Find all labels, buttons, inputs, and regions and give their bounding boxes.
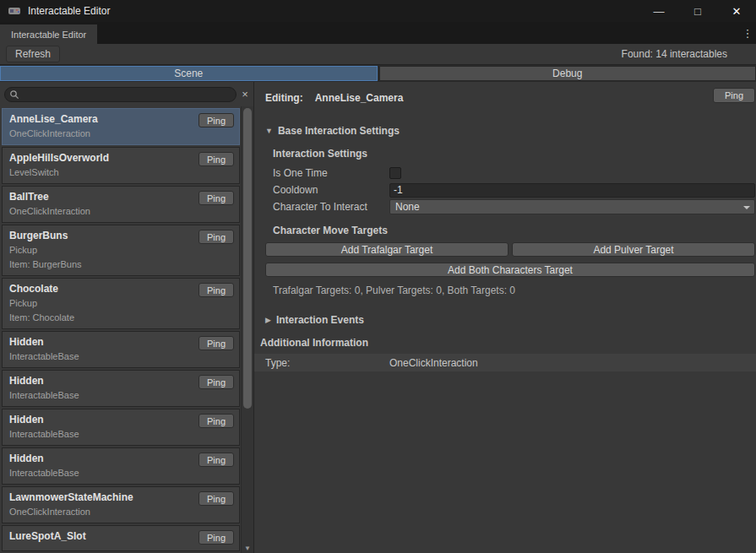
add-both-characters-target-button[interactable]: Add Both Characters Target <box>265 263 755 277</box>
both-target-button-row: Add Both Characters Target <box>265 263 755 277</box>
character-to-interact-label: Character To Interact <box>273 201 389 213</box>
dropdown-value: None <box>395 201 420 213</box>
search-clear-icon[interactable]: × <box>238 88 252 100</box>
item-name: AppleHillsOverworld <box>9 152 192 164</box>
list-item[interactable]: LawnmowerStateMachine OneClickInteractio… <box>2 486 240 523</box>
cooldown-row: Cooldown <box>273 182 755 198</box>
target-buttons-row: Add Trafalgar Target Add Pulver Target <box>265 242 755 257</box>
editing-target-name: AnneLise_Camera <box>315 92 404 104</box>
list-item[interactable]: LureSpotA_Slot Ping <box>2 525 240 551</box>
window-menu-icon[interactable]: ⋮ <box>741 22 754 44</box>
ping-button[interactable]: Ping <box>199 530 234 545</box>
list-item[interactable]: AppleHillsOverworld LevelSwitch Ping <box>2 147 240 184</box>
close-icon[interactable]: ✕ <box>717 0 756 22</box>
item-name: LureSpotA_Slot <box>9 530 192 542</box>
foldout-interaction-events[interactable]: ▶ Interaction Events <box>265 313 364 327</box>
ping-button[interactable]: Ping <box>199 375 234 389</box>
foldout-label: Base Interaction Settings <box>278 125 400 137</box>
inspector-panel: Ping Editing: AnneLise_Camera ▼ Base Int… <box>253 82 756 553</box>
item-type: InteractableBase <box>9 429 192 440</box>
list-item[interactable]: Hidden InteractableBase Ping <box>2 409 240 446</box>
list-item[interactable]: Hidden InteractableBase Ping <box>2 331 240 368</box>
item-type: OneClickInteraction <box>9 206 192 217</box>
cooldown-field[interactable] <box>389 183 755 198</box>
item-name: Chocolate <box>9 283 192 295</box>
window-icon <box>8 4 21 18</box>
item-name: Hidden <box>9 336 192 348</box>
scrollbar-down-icon[interactable]: ▼ <box>242 545 253 552</box>
item-name: Hidden <box>9 414 192 426</box>
item-type: OneClickInteraction <box>9 507 192 518</box>
toolbar: Refresh Found: 14 interactables <box>0 44 756 65</box>
base-settings-section: Interaction Settings Is One Time Cooldow… <box>265 148 755 236</box>
item-name: BallTree <box>9 191 192 203</box>
main-content: × AnneLise_Camera OneClickInteraction Pi… <box>0 82 756 553</box>
editing-row: Editing: AnneLise_Camera <box>265 89 755 107</box>
item-name: AnneLise_Camera <box>9 113 192 125</box>
item-name: BurgerBuns <box>9 230 192 241</box>
list-item[interactable]: Hidden InteractableBase Ping <box>2 370 240 407</box>
foldout-closed-icon: ▶ <box>265 316 271 324</box>
list-item[interactable]: Chocolate PickupItem: Chocolate Ping <box>2 278 240 329</box>
found-count-label: Found: 14 interactables <box>622 48 727 60</box>
tab-debug[interactable]: Debug <box>379 66 756 81</box>
list-item[interactable]: BurgerBuns PickupItem: BurgerBuns Ping <box>2 225 240 276</box>
list-item-text: Hidden InteractableBase <box>9 414 192 440</box>
scrollbar-thumb[interactable] <box>243 108 252 409</box>
interactable-list: AnneLise_Camera OneClickInteraction Ping… <box>0 106 241 553</box>
move-targets-header: Character Move Targets <box>273 225 755 236</box>
title-bar: Interactable Editor — □ ✕ <box>0 0 756 22</box>
list-item[interactable]: BallTree OneClickInteraction Ping <box>2 186 240 223</box>
item-type: InteractableBase <box>9 351 192 362</box>
ping-button[interactable]: Ping <box>199 453 234 467</box>
list-scrollbar[interactable]: ▼ <box>241 106 253 553</box>
tab-scene[interactable]: Scene <box>0 66 378 81</box>
list-item[interactable]: Hidden InteractableBase Ping <box>2 447 240 485</box>
search-input[interactable] <box>4 87 237 102</box>
character-to-interact-dropdown[interactable]: None <box>389 199 755 214</box>
is-one-time-checkbox[interactable] <box>389 167 401 179</box>
ping-button[interactable]: Ping <box>199 414 234 428</box>
item-type: Item: Chocolate <box>9 312 192 323</box>
item-type: OneClickInteraction <box>9 128 192 139</box>
search-row: × <box>0 82 253 106</box>
maximize-icon[interactable]: □ <box>678 0 717 22</box>
tab-interactable-editor[interactable]: Interactable Editor <box>0 24 97 44</box>
minimize-icon[interactable]: — <box>639 0 678 22</box>
foldout-open-icon: ▼ <box>265 127 273 135</box>
ping-button[interactable]: Ping <box>199 113 234 127</box>
editing-label: Editing: <box>265 92 303 104</box>
interaction-settings-header: Interaction Settings <box>273 148 755 160</box>
list-item-text: Chocolate PickupItem: Chocolate <box>9 283 192 323</box>
ping-button[interactable]: Ping <box>199 191 234 205</box>
item-type: Pickup <box>9 245 192 256</box>
search-field-wrap <box>4 87 237 102</box>
foldout-base-interaction-settings[interactable]: ▼ Base Interaction Settings <box>265 124 400 138</box>
dock-tab-strip: Interactable Editor ⋮ <box>0 22 756 44</box>
ping-button[interactable]: Ping <box>199 283 234 297</box>
is-one-time-label: Is One Time <box>273 167 389 179</box>
cooldown-label: Cooldown <box>273 184 389 196</box>
interactable-editor-window: Interactable Editor — □ ✕ Interactable E… <box>0 0 756 553</box>
list-item-text: BurgerBuns PickupItem: BurgerBuns <box>9 230 192 270</box>
character-to-interact-row: Character To Interact None <box>273 199 755 214</box>
ping-button[interactable]: Ping <box>199 230 234 244</box>
list-item[interactable]: AnneLise_Camera OneClickInteraction Ping <box>2 108 240 145</box>
search-icon <box>9 89 19 102</box>
add-pulver-target-button[interactable]: Add Pulver Target <box>512 242 755 257</box>
ping-button[interactable]: Ping <box>199 336 234 350</box>
ping-button[interactable]: Ping <box>713 88 755 103</box>
chevron-down-icon <box>743 206 750 209</box>
item-name: Hidden <box>9 453 192 464</box>
foldout-label: Interaction Events <box>276 314 364 326</box>
add-trafalgar-target-button[interactable]: Add Trafalgar Target <box>265 242 509 257</box>
list-item-text: Hidden InteractableBase <box>9 375 192 401</box>
refresh-button[interactable]: Refresh <box>6 46 60 62</box>
list-item-text: LureSpotA_Slot <box>9 530 192 542</box>
item-type: InteractableBase <box>9 468 192 479</box>
type-label: Type: <box>265 357 389 369</box>
ping-button[interactable]: Ping <box>199 491 234 506</box>
list-item-text: Hidden InteractableBase <box>9 453 192 479</box>
item-name: Hidden <box>9 375 192 387</box>
ping-button[interactable]: Ping <box>199 152 234 166</box>
